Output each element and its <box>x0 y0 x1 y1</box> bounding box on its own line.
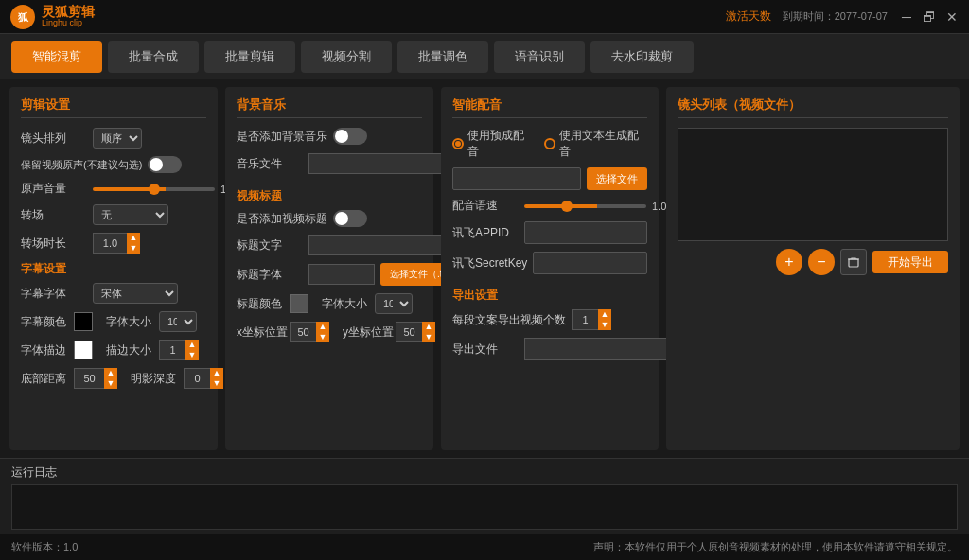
bottom-distance-row: 底部距离 ▲ ▼ 明影深度 ▲ ▼ <box>21 368 206 389</box>
transition-duration-label: 转场时长 <box>21 236 87 252</box>
video-title-section-title: 视频标题 <box>237 188 422 204</box>
stroke-size-up[interactable]: ▲ <box>185 340 199 350</box>
title-font-row: 标题字体 选择文件（.ttf） <box>237 263 422 286</box>
speed-slider[interactable] <box>524 204 646 208</box>
y-pos-label: y坐标位置 <box>343 324 390 341</box>
x-pos-label: x坐标位置 <box>237 324 284 341</box>
stroke-color-picker[interactable] <box>74 341 93 359</box>
bottom-distance-up[interactable]: ▲ <box>104 368 117 378</box>
title-font-size-select[interactable]: 10 <box>375 293 413 314</box>
speed-slider-container: 1.0 <box>524 201 675 212</box>
stroke-size-field[interactable] <box>159 340 185 360</box>
remove-shot-btn[interactable]: − <box>808 249 835 275</box>
font-color-picker[interactable] <box>74 312 93 331</box>
smart-match-panel: 智能配音 使用预成配音 使用文本生成配音 选择文件 配音语速 <box>441 87 659 450</box>
status-bar: 软件版本：1.0 声明：本软件仅用于个人原创音视频素材的处理，使用本软件请遵守相… <box>0 534 969 560</box>
title-color-label: 标题颜色 <box>237 296 284 312</box>
logo-icon: 狐 <box>9 4 36 30</box>
stroke-row: 字体描边 描边大小 ▲ ▼ <box>21 340 206 360</box>
y-pos-field[interactable] <box>396 322 422 342</box>
stroke-size-label: 描边大小 <box>106 342 153 359</box>
shot-preview <box>678 128 948 241</box>
title-bar: 狐 灵狐剪辑 Linghu clip 激活天数 到期时间：2077-07-07 … <box>0 0 969 34</box>
shot-list-panel: 镜头列表（视频文件） + − 开始导出 <box>666 87 960 450</box>
activation-btn[interactable]: 激活天数 <box>726 9 771 25</box>
maximize-btn[interactable]: 🗗 <box>922 9 937 25</box>
font-size-select[interactable]: 10 <box>159 311 197 332</box>
music-file-label: 音乐文件 <box>237 156 303 172</box>
y-pos-down[interactable]: ▼ <box>422 332 435 342</box>
transition-select[interactable]: 无 淡入淡出 <box>93 204 168 225</box>
x-pos-up[interactable]: ▲ <box>316 322 329 332</box>
title-font-input[interactable] <box>308 264 375 285</box>
tab-video-split[interactable]: 视频分割 <box>301 41 392 73</box>
minimize-btn[interactable]: ─ <box>899 9 914 25</box>
tab-smart-mix[interactable]: 智能混剪 <box>11 41 102 73</box>
x-pos-field[interactable] <box>290 322 316 342</box>
title-color-picker[interactable] <box>290 294 308 313</box>
subtitle-font-label: 字幕字体 <box>21 286 87 302</box>
use-tts-radio[interactable]: 使用文本生成配音 <box>544 128 647 160</box>
appid-input[interactable] <box>524 221 647 244</box>
volume-slider[interactable] <box>93 187 215 191</box>
shot-order-select[interactable]: 顺序 随机 <box>93 128 142 149</box>
add-music-toggle[interactable] <box>333 128 367 145</box>
close-btn[interactable]: ✕ <box>944 9 960 25</box>
bottom-distance-field[interactable] <box>74 368 104 389</box>
original-volume-label: 原声音量 <box>21 181 87 197</box>
shot-order-row: 镜头排列 顺序 随机 <box>21 128 206 149</box>
edit-settings-title: 剪辑设置 <box>21 96 206 118</box>
tab-watermark-cut[interactable]: 去水印裁剪 <box>590 41 694 73</box>
smart-match-title: 智能配音 <box>452 96 647 118</box>
stroke-size-down[interactable]: ▼ <box>185 350 199 360</box>
transition-duration-input: ▲ ▼ <box>93 233 140 254</box>
window-controls: ─ 🗗 ✕ <box>899 9 960 25</box>
shadow-depth-field[interactable] <box>184 368 210 389</box>
title-pos-row: x坐标位置 ▲ ▼ y坐标位置 ▲ ▼ <box>237 322 422 342</box>
transition-label: 转场 <box>21 207 87 223</box>
tab-batch-compose[interactable]: 批量合成 <box>108 41 199 73</box>
x-pos-down[interactable]: ▼ <box>316 332 329 342</box>
export-file-input[interactable] <box>524 338 668 360</box>
app-window: 狐 灵狐剪辑 Linghu clip 激活天数 到期时间：2077-07-07 … <box>0 0 969 560</box>
transition-duration-field[interactable] <box>93 233 127 254</box>
add-title-toggle[interactable] <box>333 210 367 227</box>
panels-row: 剪辑设置 镜头排列 顺序 随机 保留视频原声(不建议勾选) 原声音量 1.0 <box>0 79 969 458</box>
match-file-row: 选择文件 <box>452 167 647 190</box>
select-match-file-btn[interactable]: 选择文件 <box>587 167 647 190</box>
transition-duration-up[interactable]: ▲ <box>127 233 140 243</box>
keep-audio-toggle[interactable] <box>148 156 182 173</box>
y-pos-input: ▲ ▼ <box>396 322 435 342</box>
bottom-distance-down[interactable]: ▼ <box>104 378 117 389</box>
tab-voice-recognize[interactable]: 语音识别 <box>494 41 585 73</box>
per-copy-up[interactable]: ▲ <box>598 309 611 320</box>
transition-duration-down[interactable]: ▼ <box>127 243 140 254</box>
nav-tabs: 智能混剪 批量合成 批量剪辑 视频分割 批量调色 语音识别 去水印裁剪 <box>0 34 969 79</box>
secretkey-row: 讯飞SecretKey <box>452 252 647 274</box>
shadow-depth-down[interactable]: ▼ <box>210 378 223 389</box>
add-shot-btn[interactable]: + <box>776 249 802 275</box>
shot-order-label: 镜头排列 <box>21 131 87 147</box>
speed-row: 配音语速 1.0 <box>452 198 647 214</box>
shadow-depth-up[interactable]: ▲ <box>210 368 223 378</box>
secretkey-input[interactable] <box>533 252 647 274</box>
original-volume-row: 原声音量 1.0 <box>21 181 206 197</box>
tab-batch-color[interactable]: 批量调色 <box>397 41 488 73</box>
add-title-row: 是否添加视频标题 <box>237 210 422 227</box>
per-copy-field[interactable] <box>572 309 598 330</box>
subtitle-font-select[interactable]: 宋体 <box>93 283 178 304</box>
match-file-input[interactable] <box>452 167 581 190</box>
start-export-btn[interactable]: 开始导出 <box>872 251 948 273</box>
per-copy-down[interactable]: ▼ <box>598 320 611 330</box>
shot-list-title: 镜头列表（视频文件） <box>678 96 948 118</box>
export-section-title: 导出设置 <box>452 288 647 304</box>
delete-shot-btn[interactable] <box>840 249 867 275</box>
tab-batch-edit[interactable]: 批量剪辑 <box>204 41 295 73</box>
music-file-input[interactable] <box>308 153 449 174</box>
x-pos-input: ▲ ▼ <box>290 322 329 342</box>
y-pos-up[interactable]: ▲ <box>422 322 435 332</box>
use-preset-dot <box>452 138 464 149</box>
title-text-input[interactable] <box>308 235 449 255</box>
use-preset-radio[interactable]: 使用预成配音 <box>452 128 533 160</box>
music-file-row: 音乐文件 选择文件 <box>237 152 422 175</box>
